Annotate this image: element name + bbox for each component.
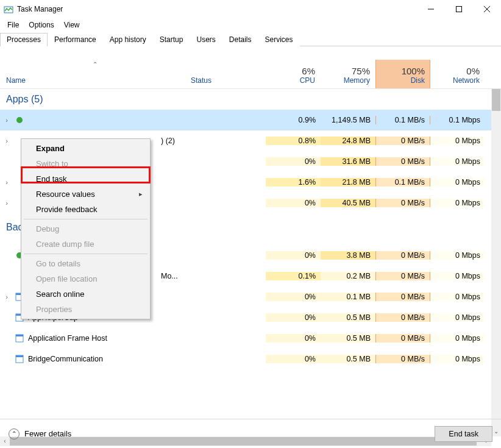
svg-point-5 xyxy=(16,117,23,123)
title-bar: Task Manager xyxy=(0,0,501,18)
process-row[interactable]: BridgeCommunication 0% 0.5 MB 0 MB/s 0 M… xyxy=(0,349,491,369)
tab-processes[interactable]: Processes xyxy=(0,33,48,46)
tab-users[interactable]: Users xyxy=(190,33,222,46)
ctx-debug: Debug xyxy=(23,221,149,236)
menu-bar: File Options View xyxy=(0,18,501,32)
svg-rect-14 xyxy=(16,355,23,357)
process-row[interactable]: › 0.9% 1,149.5 MB 0.1 MB/s 0.1 Mbps xyxy=(0,110,491,130)
close-button[interactable] xyxy=(473,0,501,18)
cell-disk: 0.1 MB/s xyxy=(375,116,430,124)
process-row[interactable]: Application Frame Host 0% 0.5 MB 0 MB/s … xyxy=(0,328,491,349)
process-name: BridgeCommunication xyxy=(28,355,103,363)
cell-memory: 1,149.5 MB xyxy=(321,116,375,124)
exe-icon xyxy=(15,354,24,364)
column-header-network[interactable]: 0% Network xyxy=(430,60,485,88)
end-task-button[interactable]: End task xyxy=(435,426,492,442)
ctx-end-task[interactable]: End task xyxy=(23,171,149,187)
tab-app-history[interactable]: App history xyxy=(103,33,153,46)
svg-rect-2 xyxy=(457,7,462,12)
expand-icon[interactable]: › xyxy=(2,179,11,186)
ctx-open-file-location: Open file location xyxy=(23,271,149,286)
maximize-button[interactable] xyxy=(445,0,473,18)
ctx-expand[interactable]: Expand xyxy=(23,141,149,156)
tab-details[interactable]: Details xyxy=(222,33,258,46)
expand-icon[interactable]: › xyxy=(2,293,11,300)
expand-icon[interactable]: › xyxy=(2,116,11,124)
expand-icon[interactable]: › xyxy=(2,199,11,207)
expand-icon[interactable]: › xyxy=(2,137,11,144)
svg-rect-12 xyxy=(16,335,23,336)
column-header-disk[interactable]: 100% Disk xyxy=(375,60,430,88)
column-header-name[interactable]: ⌃ Name xyxy=(0,60,191,88)
vertical-scrollbar[interactable]: ⌄ xyxy=(491,89,501,436)
ctx-resource-values[interactable]: Resource values▸ xyxy=(23,187,149,202)
menu-separator xyxy=(24,219,147,219)
ctx-go-to-details: Go to details xyxy=(23,256,149,271)
tab-startup[interactable]: Startup xyxy=(153,33,190,46)
scroll-thumb[interactable] xyxy=(492,89,500,111)
footer-bar: ⌃ Fewer details End task xyxy=(0,419,501,448)
tab-strip: Processes Performance App history Startu… xyxy=(0,32,501,46)
column-header-row: ⌃ Name Status 6% CPU 75% Memory 100% Dis… xyxy=(0,60,501,89)
submenu-arrow-icon: ▸ xyxy=(139,190,143,198)
exe-icon xyxy=(15,333,24,343)
context-menu: Expand Switch to End task Resource value… xyxy=(21,138,151,319)
column-header-memory[interactable]: 75% Memory xyxy=(321,60,375,88)
cell-cpu: 0.9% xyxy=(266,116,321,124)
ctx-create-dump: Create dump file xyxy=(23,236,149,252)
column-header-cpu[interactable]: 6% CPU xyxy=(266,60,321,88)
cell-network: 0.1 Mbps xyxy=(430,116,485,124)
column-header-status[interactable]: Status xyxy=(191,60,266,88)
ctx-search-online[interactable]: Search online xyxy=(23,286,149,302)
menu-separator xyxy=(24,254,147,254)
chevron-up-icon: ⌃ xyxy=(9,428,20,439)
menu-file[interactable]: File xyxy=(2,20,24,30)
app-icon xyxy=(15,115,24,125)
ctx-provide-feedback[interactable]: Provide feedback xyxy=(23,202,149,217)
window-controls xyxy=(417,0,501,18)
window-title: Task Manager xyxy=(17,5,63,13)
tab-performance[interactable]: Performance xyxy=(48,33,103,46)
ctx-properties: Properties xyxy=(23,302,149,317)
group-header-apps[interactable]: Apps (5) xyxy=(0,89,491,110)
ctx-switch-to: Switch to xyxy=(23,156,149,171)
fewer-details-toggle[interactable]: ⌃ Fewer details xyxy=(9,428,71,439)
menu-options[interactable]: Options xyxy=(24,20,59,30)
process-name: Application Frame Host xyxy=(28,334,107,343)
app-icon xyxy=(4,4,13,14)
tab-services[interactable]: Services xyxy=(258,33,300,46)
menu-view[interactable]: View xyxy=(59,20,85,30)
sort-caret-icon: ⌃ xyxy=(93,61,98,68)
minimize-button[interactable] xyxy=(417,0,445,18)
